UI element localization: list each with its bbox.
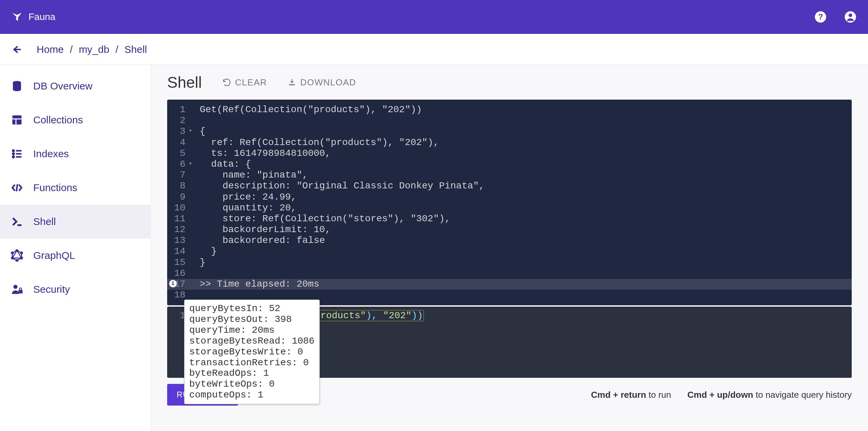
download-label: DOWNLOAD [300,77,356,88]
line-number: 13 [167,235,194,246]
output-line: 2 [167,115,852,126]
sidebar-item-shell[interactable]: Shell [0,205,151,239]
output-line: 12 backorderLimit: 10, [167,224,852,235]
svg-point-10 [13,153,14,155]
info-icon[interactable]: i [169,280,177,287]
line-number: 2 [167,115,194,126]
line-number: 5 [167,148,194,159]
fauna-logo-icon [11,11,23,23]
download-button[interactable]: DOWNLOAD [288,77,356,88]
code-text: backorderLimit: 10, [194,224,331,235]
svg-line-14 [17,184,18,191]
sidebar-item-label: GraphQL [33,250,75,261]
sidebar-item-label: Shell [33,216,56,227]
fold-icon[interactable]: ▾ [189,127,192,135]
svg-point-12 [13,156,14,158]
code-text: description: "Original Classic Donkey Pi… [194,181,485,191]
code-icon [11,182,23,194]
output-line: 17i>> Time elapsed: 20ms [167,279,852,290]
output-line: 3▾{ [167,126,852,137]
svg-point-3 [849,14,852,17]
sidebar-item-label: Security [33,284,70,295]
svg-point-23 [16,260,18,262]
sidebar-item-label: Functions [33,182,77,193]
sidebar-item-indexes[interactable]: Indexes [0,137,151,171]
hint-run: Cmd + return to run [591,390,671,400]
output-line: 7 name: "pinata", [167,170,852,181]
code-text: Get(Ref(Collection("products"), "202")) [194,104,422,115]
output-line: 13 backordered: false [167,235,852,246]
line-number: 6▾ [167,159,194,170]
sidebar-item-graphql[interactable]: GraphQL [0,239,151,272]
output-line: 18 [167,290,852,301]
output-line: 11 store: Ref(Collection("stores"), "302… [167,213,852,224]
code-text: } [194,257,205,268]
brand[interactable]: Fauna [11,11,55,23]
breadcrumb-sep: / [115,44,118,55]
undo-icon [222,78,231,87]
user-lock-icon [11,283,23,295]
breadcrumb-home[interactable]: Home [37,44,64,55]
breadcrumb-shell[interactable]: Shell [124,44,147,55]
output-line: 4 ref: Ref(Collection("products"), "202"… [167,137,852,148]
line-number: 8 [167,181,194,191]
clear-button[interactable]: CLEAR [222,77,267,88]
download-icon [288,78,296,87]
brand-name: Fauna [28,12,55,22]
line-number: 11 [167,213,194,224]
account-icon[interactable] [844,10,857,24]
line-number: 3▾ [167,126,194,137]
fold-icon[interactable]: ▾ [189,160,192,167]
sidebar-item-db-overview[interactable]: DB Overview [0,69,151,103]
output-line: 15} [167,257,852,268]
svg-point-22 [21,257,23,259]
line-number: 15 [167,257,194,268]
grid-icon [11,114,23,126]
code-text: store: Ref(Collection("stores"), "302"), [194,213,450,224]
svg-point-25 [12,252,14,254]
output-line: 5 ts: 1614798984810000, [167,148,852,159]
code-text: price: 24.99, [194,192,297,203]
database-icon [11,80,23,92]
sidebar-item-label: Indexes [33,148,69,160]
code-text: { [194,126,205,137]
svg-point-20 [16,249,18,251]
output-line: 16 [167,268,852,279]
breadcrumb-sep: / [70,44,73,55]
code-text [194,268,200,279]
help-icon[interactable]: ? [814,10,827,24]
code-text: backordered: false [194,235,325,246]
svg-point-8 [13,150,14,152]
code-text: data: { [194,159,251,170]
sidebar-item-functions[interactable]: Functions [0,171,151,205]
shell-output[interactable]: 1Get(Ref(Collection("products"), "202"))… [167,100,852,305]
page-title: Shell [167,73,202,91]
line-number: 1 [167,104,194,115]
line-number: 14 [167,246,194,257]
breadcrumb-bar: Home / my_db / Shell [0,34,868,65]
output-line: 10 quantity: 20, [167,203,852,213]
main-content: Shell CLEAR DOWNLOAD 1Get(Ref(Collection… [151,65,868,431]
terminal-icon [11,216,23,228]
line-number: 10 [167,203,194,213]
svg-point-21 [21,252,23,254]
code-text: name: "pinata", [194,170,308,181]
sidebar-item-label: Collections [33,114,83,126]
code-text [194,290,200,301]
sidebar-item-collections[interactable]: Collections [0,103,151,137]
code-text: >> Time elapsed: 20ms [194,279,319,290]
code-text: quantity: 20, [194,203,297,213]
back-icon[interactable] [11,44,22,55]
line-number: 9 [167,192,194,203]
output-line: 6▾ data: { [167,159,852,170]
code-text: } [194,246,217,257]
line-number: 18 [167,290,194,301]
clear-label: CLEAR [235,77,267,88]
sidebar-item-security[interactable]: Security [0,272,151,306]
svg-rect-27 [19,290,23,294]
code-text [194,115,200,126]
line-number: 17i [167,279,194,290]
shell-titlebar: Shell CLEAR DOWNLOAD [167,73,852,91]
svg-text:?: ? [818,13,823,21]
breadcrumb-db[interactable]: my_db [79,44,109,55]
